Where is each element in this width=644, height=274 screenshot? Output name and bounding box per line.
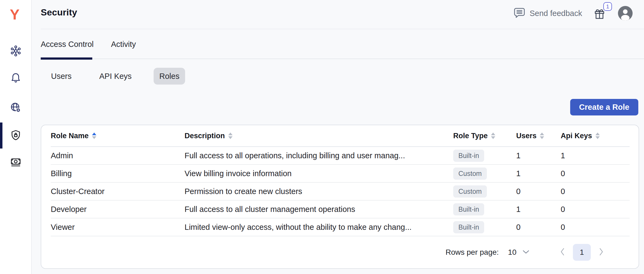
cell-role-name: Viewer	[51, 223, 185, 232]
feedback-bubble-icon	[513, 7, 526, 20]
sort-arrows-icon	[491, 133, 495, 139]
main-content: Security Send feedback 1	[32, 0, 644, 274]
cell-api-keys-count: 0	[561, 169, 630, 178]
cell-description: Full access to all operations, including…	[185, 151, 453, 160]
table-row[interactable]: Cluster-Creator Permission to create new…	[51, 183, 630, 201]
column-header-api-keys[interactable]: Api Keys	[561, 132, 630, 140]
column-header-description[interactable]: Description	[185, 132, 453, 140]
column-header-role-name[interactable]: Role Name	[51, 132, 185, 140]
subtab-roles[interactable]: Roles	[154, 68, 185, 85]
table-row[interactable]: Admin Full access to all operations, inc…	[51, 147, 630, 165]
subtab-api-keys[interactable]: API Keys	[94, 68, 137, 85]
active-nav-indicator	[0, 123, 2, 149]
table-row[interactable]: Viewer Limited view-only access, without…	[51, 218, 630, 236]
role-type-badge: Built-in	[453, 221, 484, 233]
gift-badge: 1	[603, 2, 612, 11]
next-page-button[interactable]	[599, 248, 604, 257]
cell-description: Limited view-only access, without the ab…	[185, 223, 453, 232]
send-feedback-label: Send feedback	[530, 9, 582, 18]
cell-description: Permission to create new clusters	[185, 187, 453, 196]
roles-table-card: Role Name Description Role Type Users Ap…	[41, 125, 639, 269]
sidebar-item-network[interactable]	[9, 101, 22, 114]
cell-role-name: Cluster-Creator	[51, 187, 185, 196]
table-row[interactable]: Developer Full access to all cluster man…	[51, 201, 630, 218]
sidebar-item-billing[interactable]	[9, 156, 22, 168]
cell-users-count: 1	[516, 205, 561, 214]
cell-role-name: Admin	[51, 151, 185, 160]
cell-api-keys-count: 1	[561, 151, 630, 160]
header-divider	[41, 29, 644, 29]
table-header-row: Role Name Description Role Type Users Ap…	[51, 125, 630, 147]
role-type-badge: Custom	[453, 185, 487, 198]
tab-activity[interactable]: Activity	[111, 40, 136, 49]
role-type-badge: Built-in	[453, 203, 484, 215]
role-type-badge: Custom	[453, 167, 487, 180]
cell-description: Full access to all cluster management op…	[185, 205, 453, 214]
banknote-icon	[9, 156, 22, 168]
avatar[interactable]	[618, 6, 633, 21]
rows-per-page-select[interactable]: 10	[508, 248, 529, 257]
sort-arrows-icon	[228, 133, 233, 139]
sort-arrows-icon	[595, 133, 600, 139]
gift-icon	[593, 16, 606, 21]
page-title: Security	[41, 7, 77, 18]
current-page-button[interactable]: 1	[573, 244, 591, 261]
rows-per-page-label: Rows per page:	[446, 248, 499, 257]
send-feedback-button[interactable]: Send feedback	[513, 7, 582, 20]
cell-description: View billing invoice information	[185, 169, 453, 178]
cell-users-count: 1	[516, 169, 561, 178]
column-header-role-type[interactable]: Role Type	[453, 132, 516, 140]
column-header-users[interactable]: Users	[516, 132, 561, 140]
gift-button[interactable]: 1	[593, 7, 606, 20]
cluster-network-icon	[9, 45, 22, 57]
cell-users-count: 0	[516, 223, 561, 232]
subtab-users[interactable]: Users	[45, 68, 77, 85]
tab-bar: Access Control Activity	[41, 40, 136, 49]
pagination-bar: Rows per page: 10 1	[41, 236, 639, 268]
sidebar-item-security[interactable]	[9, 129, 22, 141]
tab-bar-divider	[41, 59, 644, 59]
cell-api-keys-count: 0	[561, 205, 630, 214]
sidebar-item-clusters[interactable]	[9, 45, 22, 57]
header-actions: Send feedback 1	[513, 5, 633, 22]
cell-role-name: Billing	[51, 169, 185, 178]
rows-per-page-value: 10	[508, 248, 516, 257]
previous-page-button[interactable]	[560, 248, 565, 257]
table-body: Admin Full access to all operations, inc…	[41, 147, 639, 236]
shield-lock-icon	[9, 129, 22, 141]
sort-arrows-icon	[540, 133, 544, 139]
chevron-down-icon	[522, 250, 529, 255]
cell-users-count: 1	[516, 151, 561, 160]
role-type-badge: Built-in	[453, 150, 484, 162]
cell-api-keys-count: 0	[561, 187, 630, 196]
sidebar-item-alerts[interactable]	[9, 72, 22, 84]
globe-gear-icon	[9, 101, 22, 114]
sidebar: Y	[0, 0, 32, 274]
brand-logo[interactable]: Y	[7, 7, 22, 22]
cell-api-keys-count: 0	[561, 223, 630, 232]
cell-role-name: Developer	[51, 205, 185, 214]
sort-arrows-icon	[92, 133, 96, 139]
create-role-button[interactable]: Create a Role	[570, 99, 638, 115]
subtab-bar: Users API Keys Roles	[45, 68, 185, 85]
active-tab-underline	[41, 57, 92, 60]
cell-users-count: 0	[516, 187, 561, 196]
table-row[interactable]: Billing View billing invoice information…	[51, 165, 630, 183]
bell-icon	[9, 72, 22, 84]
tab-access-control[interactable]: Access Control	[41, 40, 94, 49]
